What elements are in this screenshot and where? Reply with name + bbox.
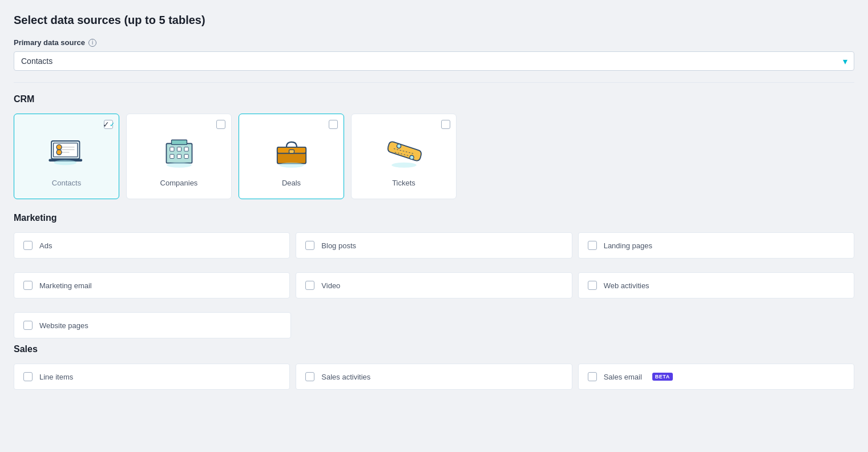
divider: [14, 82, 854, 83]
line-items-label: Line items: [39, 373, 73, 381]
svg-point-8: [54, 160, 76, 165]
video-checkbox[interactable]: [305, 281, 314, 290]
tickets-checkbox[interactable]: [441, 120, 450, 129]
contacts-checkbox[interactable]: ✓: [104, 120, 113, 129]
page-title: Select data sources (up to 5 tables): [14, 14, 854, 27]
list-item-landing-pages[interactable]: Landing pages: [578, 232, 854, 259]
marketing-row-1: Ads Blog posts Landing pages: [14, 232, 854, 259]
sales-section-title: Sales: [14, 344, 854, 354]
sales-activities-checkbox[interactable]: [305, 372, 314, 381]
list-item-line-items[interactable]: Line items: [14, 364, 290, 390]
landing-pages-checkbox[interactable]: [588, 241, 597, 250]
web-activities-checkbox[interactable]: [588, 281, 597, 290]
companies-card-label: Companies: [160, 179, 198, 187]
svg-rect-13: [169, 154, 173, 158]
list-item-web-activities[interactable]: Web activities: [578, 272, 854, 298]
web-activities-label: Web activities: [604, 281, 649, 290]
svg-rect-9: [166, 143, 192, 163]
blog-posts-checkbox[interactable]: [305, 241, 314, 250]
marketing-section: Marketing Ads Blog posts Landing pages M…: [14, 213, 854, 338]
list-item-website-pages[interactable]: Website pages: [14, 312, 291, 338]
svg-point-26: [409, 155, 413, 159]
ads-label: Ads: [39, 241, 52, 250]
svg-rect-12: [184, 147, 188, 151]
tickets-icon: [381, 128, 427, 174]
crm-card-contacts[interactable]: ✓: [14, 114, 119, 199]
tickets-card-label: Tickets: [392, 179, 415, 187]
sales-activities-label: Sales activities: [321, 373, 370, 381]
sales-section: Sales Line items Sales activities Sales …: [14, 344, 854, 390]
website-pages-checkbox[interactable]: [23, 321, 33, 330]
svg-rect-14: [177, 154, 181, 158]
crm-section: CRM ✓: [14, 94, 854, 199]
list-item-video[interactable]: Video: [296, 272, 572, 298]
list-item-sales-email[interactable]: Sales email BETA: [578, 364, 854, 390]
deals-card-label: Deals: [282, 179, 301, 187]
blog-posts-label: Blog posts: [321, 241, 356, 250]
crm-card-companies[interactable]: Companies: [126, 114, 232, 199]
crm-card-tickets[interactable]: Tickets: [351, 114, 457, 199]
svg-point-27: [391, 162, 416, 167]
list-item-blog-posts[interactable]: Blog posts: [296, 232, 572, 259]
info-icon[interactable]: i: [88, 39, 96, 47]
landing-pages-label: Landing pages: [604, 241, 652, 250]
svg-rect-16: [171, 140, 187, 144]
website-pages-label: Website pages: [39, 321, 88, 330]
svg-rect-15: [184, 154, 188, 158]
contacts-icon: [44, 128, 90, 174]
svg-point-7: [56, 150, 62, 155]
crm-section-title: CRM: [14, 94, 854, 104]
primary-data-source-label: Primary data source: [14, 38, 85, 47]
primary-data-source-select[interactable]: Contacts Companies Deals Tickets: [14, 51, 854, 71]
marketing-section-title: Marketing: [14, 213, 854, 223]
sales-email-label: Sales email: [604, 373, 642, 381]
list-item-marketing-email[interactable]: Marketing email: [14, 272, 290, 298]
svg-rect-20: [289, 150, 294, 153]
svg-point-22: [279, 162, 304, 167]
video-label: Video: [321, 281, 340, 290]
ads-checkbox[interactable]: [23, 241, 33, 250]
crm-card-deals[interactable]: Deals: [239, 114, 344, 199]
list-item-sales-activities[interactable]: Sales activities: [296, 364, 572, 390]
companies-icon: [156, 128, 202, 174]
list-item-ads[interactable]: Ads: [14, 232, 290, 259]
marketing-email-label: Marketing email: [39, 281, 92, 290]
deals-checkbox[interactable]: [329, 120, 338, 129]
contacts-card-label: Contacts: [52, 179, 81, 187]
crm-cards-container: ✓: [14, 114, 854, 199]
svg-rect-10: [169, 147, 173, 151]
marketing-bottom-row: Website pages: [14, 312, 854, 338]
primary-data-source-select-wrapper: Contacts Companies Deals Tickets ▾: [14, 51, 854, 71]
svg-point-6: [56, 144, 62, 150]
svg-point-25: [397, 144, 401, 148]
deals-icon: [269, 128, 314, 174]
marketing-email-checkbox[interactable]: [23, 281, 33, 290]
sales-email-checkbox[interactable]: [588, 372, 597, 381]
companies-checkbox[interactable]: [216, 120, 225, 129]
sales-items-grid: Line items Sales activities Sales email …: [14, 364, 854, 390]
line-items-checkbox[interactable]: [23, 372, 33, 381]
beta-badge: BETA: [652, 373, 673, 381]
marketing-row-2: Marketing email Video Web activities: [14, 272, 854, 298]
svg-point-17: [167, 162, 191, 167]
svg-rect-11: [177, 147, 181, 151]
